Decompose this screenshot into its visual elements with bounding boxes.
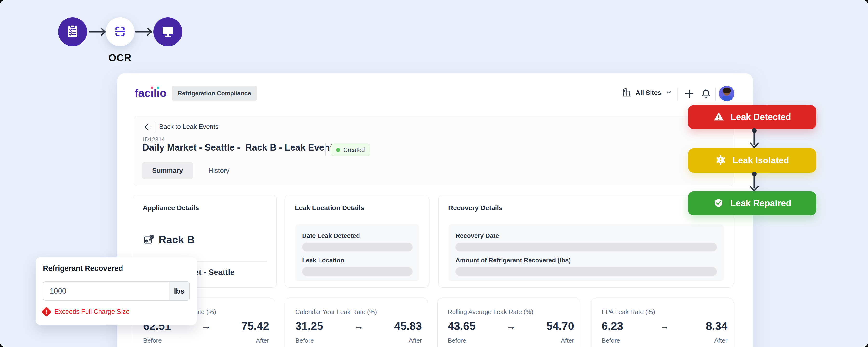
metric-before-value: 43.65 — [448, 319, 475, 333]
metric-title: Rolling Average Leak Rate (%) — [448, 308, 574, 316]
refrigerant-recovered-popover: Refrigerant Recovered lbs ! Exceeds Full… — [36, 257, 197, 325]
metric-title: EPA Leak Rate (%) — [601, 308, 727, 316]
add-button[interactable] — [684, 88, 695, 100]
metric-card-calendar-year-leak-rate: Calendar Year Leak Rate (%) 31.25 → 45.8… — [285, 298, 428, 347]
workflow-label: OCR — [103, 52, 137, 64]
appliance-name: Rack B — [159, 234, 194, 246]
after-label: After — [561, 337, 574, 344]
appliance-asset-icon — [143, 233, 155, 246]
metric-before-value: 6.23 — [601, 319, 623, 333]
plus-icon — [684, 88, 695, 100]
chevron-down-icon — [665, 89, 673, 97]
leak-location-details-card: Leak Location Details Date Leak Detected… — [285, 195, 429, 288]
workflow-arrow-icon — [135, 26, 153, 38]
screen-background: OCR facılıo Refrigeration Compliance All… — [0, 0, 868, 347]
flow-badge-label: Leak Detected — [731, 112, 791, 122]
building-icon — [622, 87, 632, 98]
card-title: Recovery Details — [448, 204, 503, 212]
title-divider — [325, 143, 326, 156]
workflow-step-ocr — [105, 18, 134, 46]
unit-suffix: lbs — [169, 282, 189, 300]
metric-before-value: 31.25 — [296, 319, 323, 333]
after-label: After — [714, 337, 727, 344]
metric-after-value: 45.83 — [394, 319, 422, 333]
back-to-leak-events-link[interactable]: Back to Leak Events — [159, 123, 218, 131]
field-group: Date Leak Detected Leak Location — [296, 224, 419, 281]
status-badge: Created — [331, 144, 370, 156]
app-name-badge: Refrigeration Compliance — [172, 86, 257, 101]
breadcrumb-divider — [155, 122, 155, 131]
notifications-button[interactable] — [701, 88, 711, 100]
field-label: Amount of Refrigerant Recovered (lbs) — [456, 257, 571, 264]
gear-alert-icon — [715, 154, 726, 166]
field-label: Date Leak Detected — [302, 232, 360, 240]
metric-after-value: 75.42 — [241, 319, 269, 333]
monitor-icon — [161, 24, 175, 39]
metric-after-value: 54.70 — [546, 319, 574, 333]
before-label: Before — [448, 337, 466, 344]
workflow-arrow-icon — [89, 26, 107, 38]
user-avatar[interactable] — [719, 86, 735, 101]
warning-triangle-icon — [713, 111, 724, 123]
status-badge-label: Created — [343, 147, 365, 154]
field-skeleton — [456, 243, 717, 251]
status-dot — [336, 148, 340, 152]
flow-badge-label: Leak Repaired — [730, 198, 791, 209]
right-arrow-icon: → — [660, 321, 669, 332]
header-divider — [677, 88, 678, 101]
error-diamond-icon: ! — [41, 307, 52, 317]
leak-repaired-badge[interactable]: Leak Repaired — [688, 191, 816, 215]
scan-icon — [113, 24, 127, 39]
field-skeleton — [302, 267, 412, 276]
metric-title: Calendar Year Leak Rate (%) — [296, 308, 422, 316]
site-selector[interactable]: All Sites — [622, 87, 673, 98]
validation-error-text: Exceeds Full Charge Size — [55, 308, 129, 315]
event-header-panel: Back to Leak Events ID12314 Daily Market… — [134, 116, 734, 186]
before-label: Before — [296, 337, 314, 344]
tab-history[interactable]: History — [204, 162, 234, 179]
right-arrow-icon: → — [506, 321, 516, 332]
refrigerant-amount-field: lbs — [43, 281, 189, 301]
bell-icon — [701, 88, 711, 100]
validation-error: ! Exceeds Full Charge Size — [43, 308, 129, 315]
before-label: Before — [143, 337, 162, 344]
page-title: Daily Market - Seattle - Rack B - Leak E… — [143, 143, 333, 153]
clipboard-check-icon — [66, 24, 80, 39]
after-label: After — [409, 337, 422, 344]
card-title: Appliance Details — [143, 204, 199, 212]
right-arrow-icon: → — [201, 321, 211, 332]
event-id: ID12314 — [143, 136, 165, 143]
field-label: Recovery Date — [456, 232, 499, 240]
field-group: Recovery Date Amount of Refrigerant Reco… — [449, 224, 723, 281]
field-skeleton — [456, 267, 717, 276]
tab-summary[interactable]: Summary — [142, 162, 193, 179]
site-selector-label: All Sites — [636, 89, 661, 97]
refrigerant-amount-input[interactable] — [43, 282, 169, 300]
check-circle-icon — [713, 197, 724, 210]
flow-connector-arrow — [747, 170, 762, 193]
metric-card-rolling-average-leak-rate: Rolling Average Leak Rate (%) 43.65 → 54… — [437, 298, 580, 347]
header-divider — [715, 88, 716, 101]
card-title: Leak Location Details — [295, 204, 364, 212]
back-arrow-icon[interactable] — [143, 122, 153, 133]
after-label: After — [256, 337, 269, 344]
field-skeleton — [302, 243, 412, 251]
popover-title: Refrigerant Recovered — [43, 264, 123, 273]
workflow-step-document — [58, 18, 87, 46]
right-arrow-icon: → — [354, 321, 364, 332]
metric-card-epa-leak-rate: EPA Leak Rate (%) 6.23 → 8.34 Before Aft… — [591, 298, 734, 347]
leak-detected-badge[interactable]: Leak Detected — [688, 105, 816, 129]
field-label: Leak Location — [302, 257, 344, 264]
flow-connector-arrow — [747, 127, 762, 149]
flow-badge-label: Leak Isolated — [733, 155, 789, 165]
facilio-logo: facılıo — [134, 86, 166, 99]
leak-isolated-badge[interactable]: Leak Isolated — [688, 149, 816, 172]
before-label: Before — [601, 337, 620, 344]
metric-after-value: 8.34 — [706, 319, 727, 333]
workflow-step-system — [153, 18, 182, 46]
